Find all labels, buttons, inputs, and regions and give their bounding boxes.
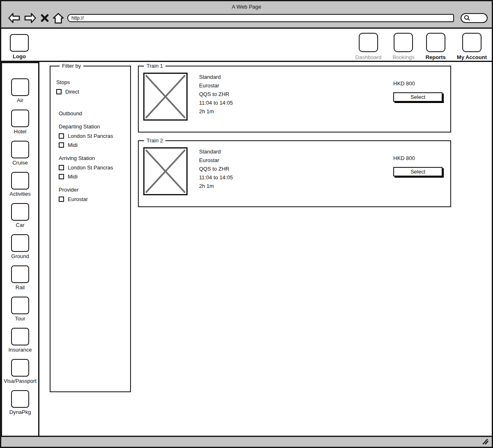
filter-panel: Filter by Stops Direct [50,63,131,392]
sidebar-item[interactable]: Tour [11,297,29,322]
sidebar-item[interactable]: Car [11,203,29,228]
train-duration: 2h 1m [199,183,233,189]
nav-item[interactable]: My Account [457,33,487,60]
train-route: QQS to ZHR [199,166,233,171]
filter-section-heading: Stops [56,79,125,85]
nav-item-icon [394,33,413,52]
filter-checkbox-row[interactable]: Eurostar [59,196,125,202]
nav-item[interactable]: Reports [426,33,446,60]
sidebar-item-label: Cruise [12,160,28,166]
train-info: Standard Eurostar QQS to ZHR 11:04 to 14… [199,73,233,121]
sidebar-item-icon [11,203,29,221]
filter-section-heading: Outbound [59,110,125,117]
sidebar-item[interactable]: DynaPkg [9,390,31,415]
checkbox-icon [59,197,64,202]
header-nav: Dashboard Bookings Reports My Account [344,33,487,60]
filter-section: Outbound [59,110,125,117]
checkbox-icon [59,133,64,139]
filter-checkbox-row[interactable]: Midi [59,142,125,148]
filter-checkbox-list: London St Pancras Midi [59,165,125,180]
filter-checkbox-row[interactable]: London St Pancras [59,133,125,139]
train-card-legend: Train 1 [144,63,165,69]
filter-section-heading: Arriving Station [59,155,125,161]
train-fare-class: Standard [199,74,233,80]
nav-item-icon [359,33,378,52]
sidebar-item-label: Rail [16,284,25,290]
nav-item-label: Bookings [392,54,414,60]
sidebar-item[interactable]: Activities [9,172,30,197]
url-value: http:// [71,15,84,21]
sidebar-item[interactable]: Insurance [8,328,32,353]
sidebar-item[interactable]: Air [11,78,29,103]
sidebar-item-label: Ground [11,253,29,259]
checkbox-label: Midi [68,142,78,148]
train-price: HKD 800 [393,155,447,161]
sidebar-item[interactable]: Cruise [11,141,29,166]
train-route: QQS to ZHR [199,91,233,97]
train-times: 11:04 to 14:05 [199,100,233,105]
checkbox-label: Direct [65,89,79,95]
sidebar-item[interactable]: Hotel [11,110,29,135]
stop-icon[interactable] [40,13,49,23]
sidebar-item-icon [11,297,29,314]
resize-handle-icon[interactable] [482,439,489,445]
logo-label: Logo [9,53,29,59]
app-header: Logo Dashboard Bookings Reports [1,29,492,62]
sidebar-item-label: DynaPkg [9,409,31,415]
train-info: Standard Eurostar QQS to ZHR 11:04 to 14… [199,147,233,195]
logo[interactable]: Logo [9,34,29,59]
filter-section: Stops Direct [56,79,125,95]
nav-item-icon [462,33,482,52]
search-icon [463,14,471,22]
sidebar-item-icon [11,172,29,190]
checkbox-icon [59,142,64,148]
select-button[interactable]: Select [393,167,443,176]
sidebar-item-icon [11,390,29,408]
filter-checkbox-list: Direct [56,89,125,95]
browser-chrome: A Web Page http:// [1,1,492,29]
url-input[interactable]: http:// [67,14,454,22]
sidebar-item[interactable]: Visa/Passport [4,359,37,384]
logo-image [10,34,29,52]
train-result-card: Train 2 Standard Eurostar QQS to ZHR 11:… [138,137,451,207]
forward-icon[interactable] [24,12,37,24]
sidebar-item-icon [11,359,29,377]
filter-sections: Stops Direct Outbound [56,79,125,202]
sidebar-item-label: Air [17,97,23,103]
sidebar-item[interactable]: Rail [11,265,29,290]
filter-checkbox-row[interactable]: Direct [56,89,125,95]
checkbox-label: London St Pancras [68,133,113,139]
sidebar-item-label: Car [16,222,25,228]
train-provider: Eurostar [199,158,233,163]
sidebar: Air Hotel Cruise Activities Car [1,62,39,438]
nav-item-label: Reports [426,54,446,60]
sidebar-item-icon [11,78,29,96]
sidebar-item-icon [11,141,29,158]
nav-item-icon [426,33,445,52]
checkbox-label: Midi [68,174,78,180]
filter-checkbox-row[interactable]: London St Pancras [59,165,125,171]
checkbox-icon [59,165,64,170]
train-price: HKD 800 [393,80,447,87]
filter-checkbox-row[interactable]: Midi [59,174,125,180]
filter-checkbox-list: Eurostar [59,196,125,202]
browser-search-box[interactable] [461,13,488,23]
nav-item[interactable]: Bookings [392,33,414,60]
image-placeholder [143,73,188,121]
nav-item-label: Dashboard [355,54,382,60]
sidebar-item-label: Insurance [8,347,32,353]
sidebar-item[interactable]: Ground [11,234,29,259]
train-card-legend: Train 2 [144,137,165,144]
sidebar-item-icon [11,328,29,345]
train-duration: 2h 1m [199,109,233,114]
status-bar [1,436,492,447]
train-provider: Eurostar [199,83,233,88]
filter-checkbox-list: London St Pancras Midi [59,133,125,148]
select-button[interactable]: Select [393,92,443,102]
nav-item[interactable]: Dashboard [355,33,382,60]
filter-section: Arriving Station London St Pancras Midi [59,155,125,180]
back-icon[interactable] [8,12,21,24]
sidebar-item-icon [11,265,29,283]
filter-panel-legend: Filter by [60,63,83,69]
home-icon[interactable] [53,12,64,24]
